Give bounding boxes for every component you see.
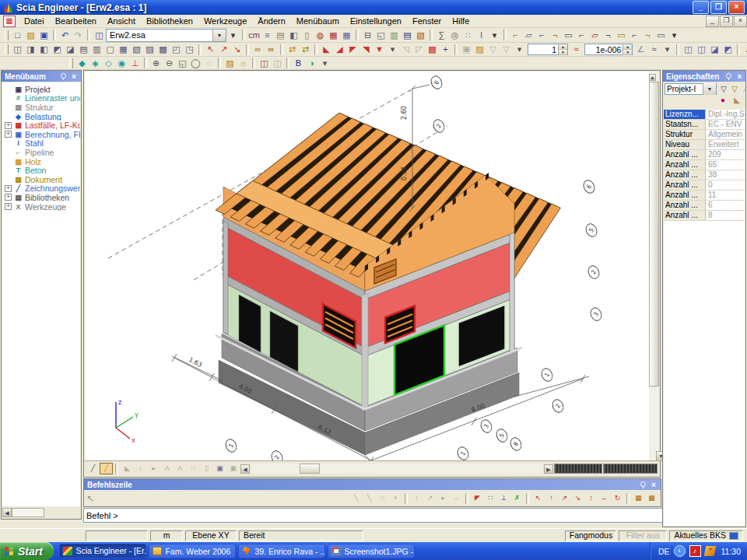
paint-tray-icon[interactable]: * <box>705 546 715 556</box>
scroll-left-icon[interactable]: ◀ <box>2 508 12 517</box>
ucs-icon[interactable]: ⊥ <box>128 58 142 69</box>
minimize-button[interactable]: _ <box>693 1 709 14</box>
units-icon[interactable]: cm <box>247 30 261 41</box>
vertical-scrollbar[interactable]: ▲ ▼ <box>649 72 659 461</box>
expand-icon[interactable] <box>5 203 12 210</box>
dir-updown-icon[interactable]: ↕ <box>584 492 598 504</box>
menu-item-bibliotheken[interactable]: Bibliotheken <box>141 16 198 26</box>
beam-template-4-icon[interactable]: ¬ <box>549 30 562 41</box>
show-bars-icon[interactable]: ▯ <box>200 463 213 474</box>
command-input[interactable] <box>83 508 663 523</box>
task-scia-engineer[interactable]: Scia Engineer - [Er... <box>59 544 146 558</box>
task-fam-weber[interactable]: Fam. Weber 2006 <box>149 544 236 558</box>
grid-line-icon[interactable]: ▧ <box>130 44 143 55</box>
close-button[interactable]: × <box>728 1 745 14</box>
picture-icon[interactable]: ▧ <box>414 30 427 41</box>
task-screenshot[interactable]: Screenshot1.JPG -... <box>328 544 415 558</box>
show-loads-icon[interactable]: ↓ <box>134 463 147 474</box>
point-flag-icon[interactable]: ▸ <box>437 492 450 504</box>
properties-combo[interactable]: Projekt-I ▼ <box>665 83 717 95</box>
support-more-icon[interactable]: ▾ <box>386 44 399 55</box>
member-misc-icon[interactable]: ◳ <box>183 44 196 55</box>
point-grid-icon[interactable]: ∷ <box>461 30 475 41</box>
snap-ortho-icon[interactable]: ⊥ <box>497 492 510 504</box>
expand-icon[interactable] <box>5 131 12 138</box>
storeys-icon[interactable]: ▤ <box>274 30 287 41</box>
close-icon[interactable]: × <box>650 481 658 489</box>
view-iso2-icon[interactable]: ◈ <box>89 58 102 69</box>
hinge-single-icon[interactable]: ⇄ <box>299 44 312 55</box>
property-row-anzahl[interactable]: Anzahl ... 0 <box>664 180 745 191</box>
property-row-lizenzn[interactable]: Lizenzn... Dipl.-Ing.S.Ry... <box>664 110 745 120</box>
view-more-icon[interactable]: ▾ <box>513 44 526 55</box>
dir-nw-icon[interactable]: ↖ <box>531 492 545 504</box>
command-panel-header[interactable]: Befehlszeile × <box>84 479 661 490</box>
property-row-anzahl[interactable]: Anzahl ... 6 <box>664 201 745 211</box>
load-panel-icon[interactable]: ▩ <box>426 44 439 55</box>
tree-item-holz[interactable]: ▥ Holz <box>2 157 80 166</box>
mirror-icon[interactable]: ✗ <box>742 44 747 55</box>
start-button[interactable]: Start <box>0 542 54 560</box>
property-row-anzahl[interactable]: Anzahl ... 11 <box>664 191 745 201</box>
multicopy-icon[interactable]: ◫ <box>695 44 708 55</box>
modify-geometry-icon[interactable]: ↘ <box>230 44 244 55</box>
view-params-more-icon[interactable]: ▾ <box>318 58 331 69</box>
save-icon[interactable]: ▣ <box>37 30 51 41</box>
beam-template-12-icon[interactable]: ▭ <box>654 30 668 41</box>
filter-quick-icon[interactable]: ▽ <box>729 85 740 94</box>
dir-ne-icon[interactable]: ↗ <box>558 492 571 504</box>
dir-n-icon[interactable]: ↑ <box>545 492 558 504</box>
scrollbar-thumb[interactable] <box>300 464 320 474</box>
combo-dropdown-icon[interactable]: ▼ <box>703 83 716 95</box>
view-iso3-icon[interactable]: ◇ <box>102 58 115 69</box>
load-view-icon[interactable]: ▨ <box>473 44 486 55</box>
pointer-mode-icon[interactable]: ╱ <box>86 463 100 474</box>
snap-flag-icon[interactable]: ◤ <box>471 492 484 504</box>
dimension-more-icon[interactable]: ▾ <box>488 30 501 41</box>
dir-lr-icon[interactable]: ↔ <box>598 492 611 504</box>
save-view-icon[interactable]: ▣ <box>460 44 473 55</box>
view-iso4-icon[interactable]: ◉ <box>115 58 128 69</box>
project-manager-icon[interactable]: ◫ <box>93 30 106 41</box>
opening-tool-icon[interactable]: ◸ <box>412 44 426 55</box>
model-viewport[interactable]: 1.634.006.128.002.600.94 62652312358112 … <box>85 72 650 461</box>
menu-item-werkzeuge[interactable]: Werkzeuge <box>198 16 252 26</box>
beam-template-3-icon[interactable]: ⌐ <box>535 30 549 41</box>
support-line-icon[interactable]: ▼ <box>373 44 386 55</box>
toolbar-grip[interactable] <box>5 30 9 40</box>
tree-item-projekt[interactable]: ▣ Projekt <box>2 85 80 94</box>
view-filter2-icon[interactable]: ▽ <box>500 44 513 55</box>
beam-template-8-icon[interactable]: ¬ <box>601 30 615 41</box>
calculator-icon[interactable]: ∑ <box>435 30 448 41</box>
document-icon[interactable]: ▤ <box>401 30 414 41</box>
graphics-setup2-icon[interactable]: ▦ <box>340 30 353 41</box>
layers-icon[interactable]: ≡ <box>261 30 274 41</box>
show-supports-icon[interactable]: ◣ <box>121 463 134 474</box>
scrollbar-thumb[interactable] <box>649 82 659 387</box>
brush-icon[interactable]: ◣ <box>731 96 742 105</box>
coords-folder-icon[interactable]: ▩ <box>645 492 658 504</box>
named-view-icon[interactable]: ◫ <box>258 58 271 69</box>
property-row-struktur[interactable]: Struktur Allgemein XYZ <box>664 130 745 140</box>
tree-item-zeichnungswerkzeuge[interactable]: ╱ Zeichnungswerkz <box>2 184 80 194</box>
opening-new-icon[interactable]: ▢ <box>103 44 117 55</box>
pin-icon[interactable] <box>60 73 67 80</box>
horizontal-scrollbar[interactable] <box>251 464 542 474</box>
mdi-minimize-button[interactable]: _ <box>706 16 719 27</box>
animation-bar[interactable] <box>603 464 658 474</box>
named-view2-icon[interactable]: ◫ <box>271 58 284 69</box>
scroll-left-icon[interactable]: ◀ <box>240 464 250 474</box>
project-combo[interactable]: Erw2.esa ▼ <box>106 29 226 42</box>
tree-item-werkzeuge[interactable]: X Werkzeuge <box>2 202 80 212</box>
scroll-up-icon[interactable]: ▲ <box>649 74 656 81</box>
close-icon[interactable]: × <box>70 72 78 81</box>
mdi-close-button[interactable]: × <box>734 16 747 27</box>
node-new-icon[interactable]: ◫ <box>11 44 24 55</box>
beam-template-10-icon[interactable]: ⌐ <box>628 30 641 41</box>
beam-template-5-icon[interactable]: ▭ <box>562 30 575 41</box>
property-row-anzahl[interactable]: Anzahl ... 209 <box>664 150 745 160</box>
zoom-all-icon[interactable]: ◯ <box>189 58 202 69</box>
language-indicator[interactable]: DE <box>658 547 670 556</box>
point-abs-icon[interactable]: ↑ <box>410 492 423 504</box>
property-row-anzahl[interactable]: Anzahl ... 8 <box>664 211 745 221</box>
